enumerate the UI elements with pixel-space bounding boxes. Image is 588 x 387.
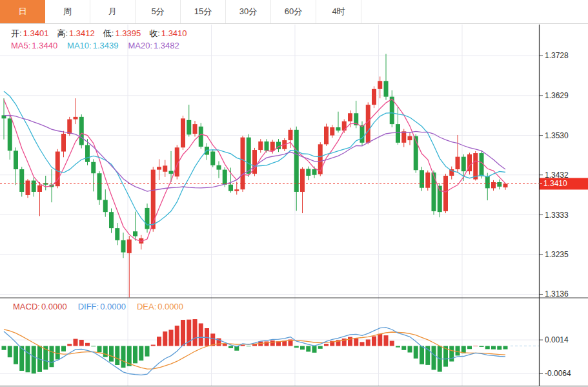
tab-4hour[interactable]: 4时 xyxy=(316,0,361,23)
dea-label: DEA: xyxy=(137,302,156,311)
high-value: 1.3412 xyxy=(69,29,95,38)
ma5-value: 1.3440 xyxy=(32,41,57,50)
gridlines xyxy=(0,25,539,386)
tab-5min[interactable]: 5分 xyxy=(136,0,181,23)
svg-text:1.3410: 1.3410 xyxy=(543,179,567,188)
ma5-label: MA5: xyxy=(11,41,30,50)
low-readout: 低: 1.3395 xyxy=(103,29,141,38)
high-readout: 高: 1.3412 xyxy=(57,29,94,38)
open-value: 1.3401 xyxy=(23,29,49,38)
ma20-label: MA20: xyxy=(128,41,152,50)
svg-text:1.3136: 1.3136 xyxy=(545,289,569,298)
close-label: 收: xyxy=(149,29,160,38)
diff-value: 0.0000 xyxy=(100,302,126,311)
ma5-readout: MA5: 1.3440 xyxy=(11,41,57,50)
period-tabbar: 日 周 月 5分 15分 30分 60分 4时 xyxy=(0,0,588,24)
ma20-readout: MA20: 1.3482 xyxy=(128,41,179,50)
tab-60min[interactable]: 60分 xyxy=(271,0,316,23)
ma10-readout: MA10: 1.3439 xyxy=(67,41,118,50)
tab-30min[interactable]: 30分 xyxy=(226,0,271,23)
macd-label: MACD: xyxy=(13,302,40,311)
svg-text:-0.0064: -0.0064 xyxy=(545,369,571,378)
candlestick-series xyxy=(2,54,508,298)
ma-legend: MA5: 1.3440 MA10: 1.3439 MA20: 1.3482 xyxy=(11,41,189,50)
kline-app: { "toolbar": { "active_color": "#f0813a"… xyxy=(0,0,588,387)
ma10-value: 1.3439 xyxy=(93,41,119,50)
axes: 1.37281.36291.35301.34321.33331.32351.31… xyxy=(0,25,588,386)
last-price-badge: 1.3410 xyxy=(540,178,588,189)
open-readout: 开: 1.3401 xyxy=(11,29,48,38)
tab-week[interactable]: 周 xyxy=(45,0,90,23)
ma10-label: MA10: xyxy=(67,41,92,50)
svg-text:1.3333: 1.3333 xyxy=(545,211,569,220)
svg-text:0.0014: 0.0014 xyxy=(545,335,569,344)
diff-label: DIFF: xyxy=(78,302,99,311)
ma-lines xyxy=(4,91,505,241)
diff-readout: DIFF: 0.0000 xyxy=(78,302,126,311)
dea-readout: DEA: 0.0000 xyxy=(137,302,183,311)
dea-value: 0.0000 xyxy=(157,302,183,311)
svg-text:1.3235: 1.3235 xyxy=(545,250,569,259)
kline-chart[interactable]: 1.37281.36291.35301.34321.33331.32351.31… xyxy=(0,0,588,387)
ohlc-legend: 开: 1.3401 高: 1.3412 低: 1.3395 收: 1.3410 xyxy=(11,29,196,38)
close-readout: 收: 1.3410 xyxy=(149,29,187,38)
macd-series xyxy=(2,319,540,375)
high-label: 高: xyxy=(57,29,68,38)
low-value: 1.3395 xyxy=(115,29,141,38)
ma20-value: 1.3482 xyxy=(154,41,179,50)
low-label: 低: xyxy=(103,29,114,38)
svg-text:1.3728: 1.3728 xyxy=(545,51,569,60)
open-label: 开: xyxy=(11,29,22,38)
macd-readout: MACD: 0.0000 xyxy=(13,302,67,311)
tab-month[interactable]: 月 xyxy=(90,0,136,23)
svg-text:1.3629: 1.3629 xyxy=(545,91,569,100)
diff-line xyxy=(4,328,505,375)
macd-legend: MACD: 0.0000 DIFF: 0.0000 DEA: 0.0000 xyxy=(13,302,194,311)
tab-day[interactable]: 日 xyxy=(0,0,45,23)
tab-15min[interactable]: 15分 xyxy=(181,0,226,23)
close-value: 1.3410 xyxy=(161,29,187,38)
svg-text:1.3530: 1.3530 xyxy=(545,131,569,140)
macd-value: 0.0000 xyxy=(41,302,67,311)
